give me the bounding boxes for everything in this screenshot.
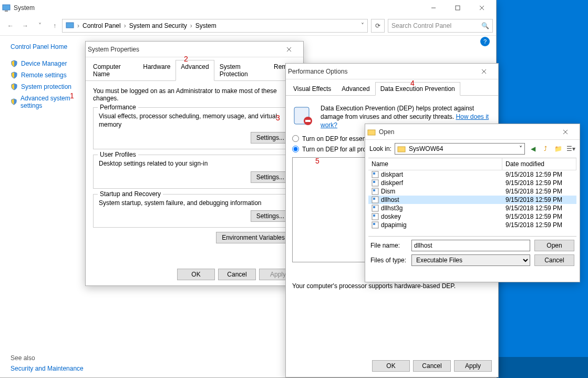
maximize-button[interactable]	[446, 0, 470, 16]
shield-icon	[11, 83, 18, 90]
refresh-button[interactable]: ⟳	[371, 19, 385, 33]
tab-data-execution-prevention[interactable]: Data Execution Prevention	[375, 82, 460, 96]
group-desc: Desktop settings related to your sign-in	[99, 159, 290, 168]
col-date[interactable]: Date modified	[502, 158, 576, 170]
admin-note: You must be logged on as an Administrato…	[93, 87, 296, 102]
tab-hardware[interactable]: Hardware	[138, 60, 176, 81]
apply-button[interactable]: Apply	[454, 360, 492, 372]
exe-icon	[372, 213, 379, 220]
file-row[interactable]: diskpart9/15/2018 12:59 PM	[368, 170, 576, 179]
navbar: ← → ˅ ↑ › Control Panel › System and Sec…	[0, 16, 496, 36]
security-maintenance-link[interactable]: Security and Maintenance	[11, 365, 84, 372]
address-dropdown-icon[interactable]: ˅	[361, 22, 364, 29]
exe-icon	[372, 205, 379, 212]
back-button[interactable]: ←	[3, 18, 18, 33]
settings-button[interactable]: Settings...	[251, 132, 290, 144]
new-folder-icon[interactable]: 📁	[553, 144, 563, 154]
dep-support-text: Your computer's processor supports hardw…	[292, 282, 492, 290]
file-date: 9/15/2018 12:59 PM	[506, 205, 573, 212]
file-date: 9/15/2018 12:59 PM	[506, 188, 573, 195]
radio-input[interactable]	[292, 135, 299, 142]
file-row[interactable]: doskey9/15/2018 12:59 PM	[368, 212, 576, 221]
tab-system-protection[interactable]: System Protection	[214, 60, 269, 81]
back-icon[interactable]: ◀	[528, 144, 538, 154]
file-row[interactable]: dllhost9/15/2018 12:59 PM	[368, 196, 576, 204]
cancel-button[interactable]: Cancel	[218, 269, 256, 280]
dialog-title: Open	[379, 128, 553, 136]
view-menu-icon[interactable]: ☰▾	[566, 144, 575, 154]
tab-computer-name[interactable]: Computer Name	[88, 60, 138, 81]
radio-label: Turn on DEP for all pro	[302, 146, 366, 153]
search-placeholder: Search Control Panel	[391, 22, 451, 29]
open-button[interactable]: Open	[534, 240, 574, 251]
file-date: 9/15/2018 12:59 PM	[506, 221, 573, 229]
cancel-button[interactable]: Cancel	[534, 254, 574, 266]
svg-rect-21	[373, 181, 375, 183]
dep-shield-icon	[292, 104, 315, 127]
ok-button[interactable]: OK	[372, 360, 410, 372]
breadcrumb-item[interactable]: Control Panel	[82, 22, 121, 29]
file-name: dllhost	[381, 196, 399, 203]
tab-advanced[interactable]: Advanced	[336, 82, 375, 96]
up-button[interactable]: ↑	[47, 18, 62, 33]
sidebar-item-remote-settings[interactable]: Remote settings	[11, 69, 88, 81]
group-legend: Startup and Recovery	[98, 190, 163, 198]
sidebar: Control Panel Home Device ManagerRemote …	[0, 36, 95, 377]
forward-button[interactable]: →	[18, 18, 33, 33]
radio-input[interactable]	[292, 146, 299, 152]
sidebar-item-system-protection[interactable]: System protection	[11, 81, 88, 93]
group-startup-and-recovery: Startup and RecoverySystem startup, syst…	[93, 194, 296, 228]
close-button[interactable]	[470, 0, 494, 16]
ok-button[interactable]: OK	[177, 269, 215, 280]
breadcrumb-item[interactable]: System and Security	[129, 22, 187, 29]
svg-rect-17	[398, 147, 405, 152]
sidebar-item-label: Device Manager	[21, 60, 67, 67]
filetype-select[interactable]: Executable Files	[411, 254, 530, 266]
tab-visual-effects[interactable]: Visual Effects	[288, 82, 336, 96]
svg-rect-13	[305, 120, 311, 122]
sidebar-heading[interactable]: Control Panel Home	[11, 43, 88, 50]
file-row[interactable]: diskperf9/15/2018 12:59 PM	[368, 179, 576, 187]
help-button[interactable]: ?	[480, 37, 490, 46]
file-name: doskey	[381, 213, 401, 220]
settings-button[interactable]: Settings...	[251, 210, 290, 222]
breadcrumb-item[interactable]: System	[195, 22, 216, 29]
address-bar[interactable]: › Control Panel › System and Security › …	[62, 19, 368, 33]
search-box[interactable]: Search Control Panel 🔍	[388, 19, 493, 33]
file-row[interactable]: Dism9/15/2018 12:59 PM	[368, 187, 576, 196]
lookin-combo[interactable]: SysWOW64 ˅	[395, 143, 525, 155]
file-row[interactable]: dpapimig9/15/2018 12:59 PM	[368, 221, 576, 229]
filename-input[interactable]	[411, 240, 530, 251]
close-button[interactable]	[553, 124, 577, 140]
recent-button[interactable]: ˅	[33, 18, 47, 33]
sidebar-item-device-manager[interactable]: Device Manager	[11, 58, 88, 69]
folder-icon	[397, 145, 406, 153]
file-date: 9/15/2018 12:59 PM	[506, 171, 573, 178]
env-vars-button[interactable]: Environment Variables...	[216, 232, 296, 243]
close-button[interactable]	[277, 42, 301, 57]
file-row[interactable]: dllhst3g9/15/2018 12:59 PM	[368, 204, 576, 212]
up-icon[interactable]: ⤴	[541, 144, 550, 154]
svg-rect-25	[373, 198, 375, 200]
file-list[interactable]: Name Date modified diskpart9/15/2018 12:…	[368, 158, 576, 237]
group-desc: Visual effects, processor scheduling, me…	[99, 112, 290, 129]
sidebar-item-advanced-system-settings[interactable]: Advanced system settings	[11, 93, 88, 111]
chevron-icon: ›	[190, 22, 192, 29]
filename-label: File name:	[370, 242, 407, 249]
minimize-button[interactable]	[421, 0, 446, 16]
computer-icon	[66, 22, 74, 30]
svg-rect-19	[373, 172, 375, 175]
system-icon	[2, 4, 11, 12]
sidebar-item-label: System protection	[21, 83, 71, 90]
cancel-button[interactable]: Cancel	[413, 360, 451, 372]
close-button[interactable]	[472, 64, 496, 79]
chevron-icon: ›	[124, 22, 126, 29]
col-name[interactable]: Name	[368, 158, 502, 170]
settings-button[interactable]: Settings...	[251, 171, 290, 183]
exe-icon	[372, 179, 379, 187]
sidebar-item-label: Remote settings	[21, 71, 67, 79]
svg-rect-6	[66, 23, 74, 28]
group-legend: Performance	[98, 104, 138, 111]
file-name: dpapimig	[381, 221, 407, 229]
tab-advanced[interactable]: Advanced	[176, 60, 214, 81]
